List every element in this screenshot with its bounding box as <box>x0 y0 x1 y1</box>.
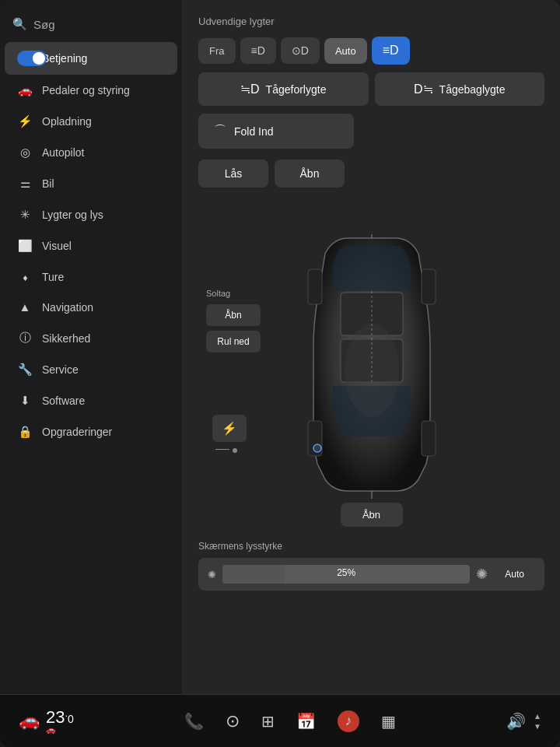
sikkerhed-icon: ⓘ <box>17 331 33 345</box>
taskbar-screen-icon[interactable]: ▦ <box>381 712 396 731</box>
fog-front-btn[interactable]: ≒D Tågeforlygte <box>198 72 369 106</box>
brightness-title: Skærmens lysstyrke <box>198 541 544 552</box>
light-mode3-btn[interactable]: ⊙D <box>281 37 320 64</box>
fog-rear-btn[interactable]: D≒ Tågebaglygte <box>375 72 545 106</box>
sidebar-item-betjening[interactable]: Betjening <box>5 42 177 75</box>
visuel-icon: ⬜ <box>17 239 33 253</box>
opgraderinger-icon: 🔒 <box>17 425 33 439</box>
car-diagram: Soltag Åbn Rul ned <box>198 195 544 530</box>
service-icon: 🔧 <box>17 363 33 377</box>
sidebar: 🔍 Søg Betjening 🚗 Pedaler og styring ⚡ O… <box>0 0 183 694</box>
brightness-auto-btn[interactable]: Auto <box>494 564 535 584</box>
temp-value: 23 <box>46 707 65 727</box>
software-icon: ⬇ <box>17 394 33 408</box>
taskbar-volume-icon[interactable]: 🔊 <box>506 712 526 731</box>
taskbar-phone-icon[interactable]: 📞 <box>184 712 204 731</box>
brightness-row: ✺ 25% ✺ Auto <box>198 558 544 591</box>
opladning-icon: ⚡ <box>17 114 33 128</box>
svg-point-8 <box>313 444 321 452</box>
temp-unit: 0 <box>68 713 74 725</box>
taskbar-right: 🔊 ▲ ▼ <box>506 712 541 731</box>
sunroof-open-label: Åbn <box>225 310 241 321</box>
svg-rect-2 <box>308 269 322 304</box>
search-label: Søg <box>33 18 55 31</box>
sidebar-item-ture[interactable]: ⬧ Ture <box>5 261 177 292</box>
brightness-auto-label: Auto <box>505 569 524 580</box>
light-fra-label: Fra <box>209 45 225 57</box>
fold-icon: ⌒ <box>214 123 226 139</box>
trunk-open-btn[interactable]: Åbn <box>341 503 403 527</box>
light-mode5-btn[interactable]: ≡D <box>372 37 410 65</box>
sidebar-item-bil[interactable]: ⚌ Bil <box>5 168 177 199</box>
light-mode5-icon: ≡D <box>383 44 399 58</box>
betjening-icon <box>17 51 33 66</box>
light-mode2-btn[interactable]: ≡D <box>240 37 276 64</box>
lights-section-title: Udvendige lygter <box>198 16 544 27</box>
fold-btn[interactable]: ⌒ Fold Ind <box>198 114 354 149</box>
sidebar-item-lygter[interactable]: ✳ Lygter og lys <box>5 199 177 230</box>
sidebar-item-service[interactable]: 🔧 Service <box>5 354 177 385</box>
taskbar-center: 📞 ⊙ ⊞ 📅 ♪ ▦ <box>74 710 506 732</box>
lock-label: Lås <box>225 167 243 180</box>
sidebar-label-ture: Ture <box>42 271 64 283</box>
sidebar-label-sikkerhed: Sikkerhed <box>42 332 90 345</box>
lock-btn[interactable]: Lås <box>198 160 268 188</box>
brightness-percent: 25% <box>337 567 355 578</box>
sunroof-label: Soltag <box>206 289 261 298</box>
search-icon: 🔍 <box>12 17 27 31</box>
brightness-high-icon: ✺ <box>476 566 488 583</box>
sidebar-item-software[interactable]: ⬇ Software <box>5 385 177 416</box>
sunroof-roll-label: Rul ned <box>217 336 249 347</box>
sidebar-item-pedaler[interactable]: 🚗 Pedaler og styring <box>5 75 177 106</box>
scroll-arrows[interactable]: ▲ ▼ <box>534 712 541 731</box>
sidebar-label-software: Software <box>42 395 85 407</box>
taskbar-apps-icon[interactable]: ⊞ <box>261 712 275 731</box>
top-open-btn[interactable]: Åbn <box>275 160 345 188</box>
light-mode2-icon: ≡D <box>251 44 265 57</box>
car-top-view <box>294 223 450 503</box>
brightness-low-icon: ✺ <box>208 569 216 580</box>
sidebar-item-autopilot[interactable]: ◎ Autopilot <box>5 137 177 168</box>
pedaler-icon: 🚗 <box>17 83 33 97</box>
bil-icon: ⚌ <box>17 177 33 191</box>
search-bar[interactable]: 🔍 Søg <box>0 12 182 42</box>
main-area: 🔍 Søg Betjening 🚗 Pedaler og styring ⚡ O… <box>0 0 560 694</box>
sunroof-roll-btn[interactable]: Rul ned <box>206 331 261 352</box>
taskbar-media-icon[interactable]: ⊙ <box>226 711 240 731</box>
sidebar-item-navigation[interactable]: ▲ Navigation <box>5 292 177 322</box>
sidebar-item-visuel[interactable]: ⬜ Visuel <box>5 230 177 261</box>
brightness-section: Skærmens lysstyrke ✺ 25% ✺ Auto <box>198 541 544 591</box>
light-fra-btn[interactable]: Fra <box>198 38 236 64</box>
sidebar-label-autopilot: Autopilot <box>42 146 84 159</box>
content-panel: Udvendige lygter Fra ≡D ⊙D Auto ≡D <box>183 0 560 694</box>
fog-front-icon: ≒D <box>240 82 260 96</box>
fold-row: ⌒ Fold Ind <box>198 114 544 149</box>
fog-lights-row: ≒D Tågeforlygte D≒ Tågebaglygte <box>198 72 544 106</box>
taskbar-left: 🚗 23.0 🚗 <box>19 708 74 734</box>
fog-rear-icon: D≒ <box>414 82 433 96</box>
taskbar-music-icon[interactable]: ♪ <box>338 710 359 732</box>
autopilot-icon: ◎ <box>17 146 33 160</box>
sidebar-item-opladning[interactable]: ⚡ Opladning <box>5 106 177 137</box>
brightness-fill <box>222 565 285 584</box>
screen: 🔍 Søg Betjening 🚗 Pedaler og styring ⚡ O… <box>0 0 560 747</box>
lygter-icon: ✳ <box>17 208 33 222</box>
taskbar-calendar-icon[interactable]: 📅 <box>296 712 316 731</box>
light-auto-label: Auto <box>335 45 356 57</box>
light-mode3-icon: ⊙D <box>292 44 309 57</box>
light-auto-btn[interactable]: Auto <box>324 38 367 64</box>
top-open-label: Åbn <box>300 167 320 180</box>
charge-port-btn[interactable]: ⚡ <box>212 415 247 442</box>
navigation-icon: ▲ <box>17 300 33 314</box>
sidebar-item-opgraderinger[interactable]: 🔒 Opgraderinger <box>5 416 177 447</box>
sidebar-label-navigation: Navigation <box>42 301 93 314</box>
sunroof-open-btn[interactable]: Åbn <box>206 304 261 326</box>
sidebar-label-opgraderinger: Opgraderinger <box>42 426 112 438</box>
taskbar: 🚗 23.0 🚗 📞 ⊙ ⊞ 📅 ♪ ▦ 🔊 ▲ ▼ <box>0 694 560 747</box>
fold-label: Fold Ind <box>234 125 274 138</box>
temp-car-label: 🚗 <box>46 726 74 734</box>
ture-icon: ⬧ <box>17 270 33 283</box>
charge-icon: ⚡ <box>222 421 237 436</box>
brightness-bar[interactable]: 25% <box>222 565 470 584</box>
sidebar-item-sikkerhed[interactable]: ⓘ Sikkerhed <box>5 322 177 354</box>
